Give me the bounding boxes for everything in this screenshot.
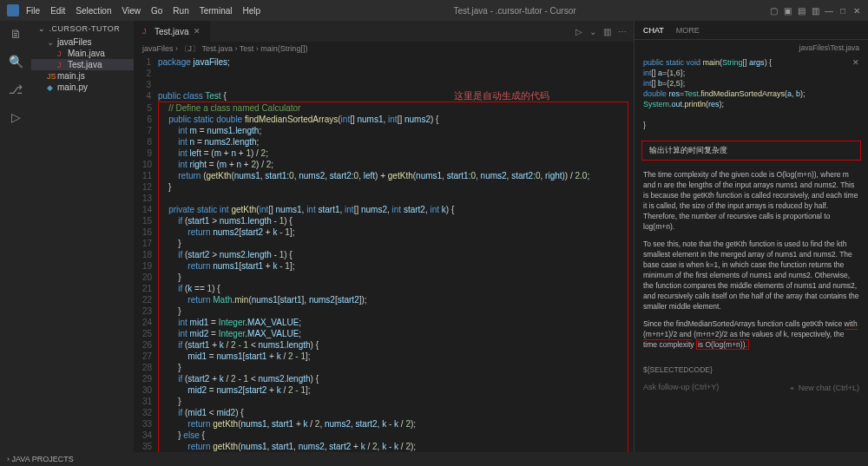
menu-file[interactable]: File [26, 6, 40, 16]
tab-label: Test.java [155, 27, 188, 36]
status-bar: › JAVA PROJECTS [0, 452, 868, 466]
code-line[interactable]: 34 } else { [159, 430, 628, 441]
java-file-icon: J [57, 49, 64, 58]
debug-icon[interactable]: ▷ [8, 109, 23, 125]
split-icon[interactable]: ▥ [603, 27, 611, 36]
code-line[interactable]: 1package javaFiles; [134, 56, 634, 68]
menu-run[interactable]: Run [173, 6, 188, 16]
code-line[interactable]: 14 private static int getKth(int[] nums1… [159, 204, 628, 215]
code-line[interactable]: 27 mid1 = nums1[start1 + k / 2 - 1]; [159, 351, 628, 362]
gutter-line-number: 30 [135, 384, 159, 396]
gutter-line-number: 10 [135, 159, 159, 170]
close-icon[interactable]: ✕ [852, 6, 861, 15]
code-line[interactable]: 30 mid2 = nums2[start2 + k / 2 - 1]; [159, 384, 628, 396]
folder-item[interactable]: ⌄ javaFiles [31, 36, 134, 48]
gutter-line-number: 17 [135, 238, 159, 249]
code-line[interactable]: 18 if (start2 > nums2.length - 1) { [159, 249, 628, 260]
code-line[interactable]: 6 public static double findMedianSortedA… [159, 114, 628, 125]
code-line[interactable]: 29 if (start2 + k / 2 - 1 < nums2.length… [159, 373, 628, 384]
chat-code-line: public static void main(String[] args) { [643, 57, 859, 68]
chat-input[interactable]: Ask follow-up (Ctrl+Y) [643, 383, 719, 394]
sidebar-header[interactable]: ⌄ .CURSOR-TUTOR [31, 21, 134, 36]
layout-icon[interactable]: ▣ [783, 6, 792, 15]
code-line[interactable]: 17 } [159, 238, 628, 249]
run-icon[interactable]: ▷ [575, 27, 582, 36]
minimize-icon[interactable]: — [825, 6, 833, 15]
code-line[interactable]: 8 int n = nums2.length; [159, 136, 628, 148]
file-icon: JS [47, 72, 54, 81]
gutter-line-number: 4 [134, 90, 158, 102]
chat-pane: CHAT MORE javaFiles\Test.java ✕ public s… [634, 21, 868, 452]
code-line[interactable]: 31 } [159, 396, 628, 407]
menu-help[interactable]: Help [243, 6, 261, 16]
code-line[interactable]: 25 int mid2 = Integer.MAX_VALUE; [159, 328, 628, 339]
chevron-right-icon[interactable]: › [7, 455, 10, 463]
file-icon: ◆ [47, 83, 54, 92]
code-line[interactable]: 19 return nums1[start1 + k - 1]; [159, 260, 628, 272]
menu-view[interactable]: View [122, 6, 141, 16]
menu-selection[interactable]: Selection [76, 6, 111, 16]
chat-code-line: System.out.println(res); [643, 99, 859, 109]
chat-code-line: int[] b={2,5}; [643, 78, 859, 89]
code-line[interactable]: 32 if (mid1 < mid2) { [159, 407, 628, 418]
new-chat-button[interactable]: ＋ New chat (Ctrl+L) [788, 383, 859, 394]
gutter-line-number: 13 [135, 193, 159, 204]
java-projects-label[interactable]: JAVA PROJECTS [12, 455, 74, 463]
chat-tab-more[interactable]: MORE [676, 26, 700, 35]
code-line[interactable]: 28 } [159, 362, 628, 373]
file-label: Test.java [68, 60, 102, 69]
code-line[interactable]: 24 int mid1 = Integer.MAX_VALUE; [159, 317, 628, 328]
code-line[interactable]: 7 int m = nums1.length; [159, 125, 628, 136]
sidebar-item-main-java[interactable]: JMain.java [31, 48, 134, 59]
code-line[interactable]: 23 } [159, 305, 628, 317]
code-line[interactable]: 22 return Math.min(nums1[start1], nums2[… [159, 294, 628, 305]
code-line[interactable]: 10 int right = (m + n + 2) / 2; [159, 159, 628, 170]
sidebar-item-test-java[interactable]: JTest.java [31, 59, 134, 70]
code-line[interactable]: 16 return nums2[start2 + k - 1]; [159, 226, 628, 238]
more-icon[interactable]: ⋯ [618, 27, 627, 36]
menu-edit[interactable]: Edit [50, 6, 65, 16]
layout-icon[interactable]: ▥ [811, 6, 819, 15]
tab-testjava[interactable]: J Test.java ✕ [134, 21, 210, 42]
chat-answer: The time complexity of the given code is… [635, 164, 868, 362]
code-line[interactable]: 12 } [159, 181, 628, 193]
code-line[interactable]: 21 if (k == 1) { [159, 283, 628, 294]
code-line[interactable]: 9 int left = (m + n + 1) / 2; [159, 148, 628, 159]
gutter-line-number: 18 [135, 249, 159, 260]
search-icon[interactable]: 🔍 [8, 54, 23, 69]
code-line[interactable]: 4public class Test { [134, 90, 634, 102]
gutter-line-number: 26 [135, 339, 159, 351]
close-icon[interactable]: ✕ [852, 57, 859, 68]
code-line[interactable]: 33 return getKth(nums1, start1 + k / 2, … [159, 418, 628, 430]
gutter-line-number: 32 [135, 407, 159, 418]
code-line[interactable]: 2 [134, 68, 634, 79]
code-line[interactable]: 11 return (getKth(nums1, start1:0, nums2… [159, 170, 628, 181]
code-line[interactable]: 26 if (start1 + k / 2 - 1 < nums1.length… [159, 339, 628, 351]
explorer-icon[interactable]: 🗎 [8, 26, 23, 42]
gutter-line-number: 24 [135, 317, 159, 328]
gutter-line-number: 14 [135, 204, 159, 215]
layout-icon[interactable]: ▤ [797, 6, 806, 15]
menu-terminal[interactable]: Terminal [200, 6, 233, 16]
code-line[interactable]: 13 [159, 193, 628, 204]
code-line[interactable]: 35 return getKth(nums1, start1, nums2, s… [159, 441, 628, 452]
sidebar-item-main-js[interactable]: JSmain.js [31, 70, 134, 82]
branch-icon[interactable]: ⎇ [8, 82, 23, 97]
sidebar-item-main-py[interactable]: ◆main.py [31, 82, 134, 93]
gutter-line-number: 21 [135, 283, 159, 294]
code-line[interactable]: 15 if (start1 > nums1.length - 1) { [159, 215, 628, 226]
code-line[interactable]: 20 } [159, 272, 628, 283]
menu-go[interactable]: Go [151, 6, 162, 16]
gutter-line-number: 31 [135, 396, 159, 407]
breadcrumb[interactable]: javaFiles › 〔J〕 Test.java › Test › main(… [134, 42, 634, 56]
gutter-line-number: 12 [135, 181, 159, 193]
close-tab-icon[interactable]: ✕ [194, 27, 201, 36]
code-line[interactable]: 5 // Define a class named Calculator [159, 102, 628, 114]
layout-icon[interactable]: ▢ [769, 6, 778, 15]
window-controls: ▢ ▣ ▤ ▥ — □ ✕ [769, 6, 861, 15]
maximize-icon[interactable]: □ [838, 6, 847, 15]
run-dropdown-icon[interactable]: ⌄ [589, 27, 596, 36]
code-area[interactable]: 1package javaFiles;2 3 4public class Tes… [134, 56, 634, 452]
code-line[interactable]: 3 [134, 79, 634, 90]
chat-tab-chat[interactable]: CHAT [643, 26, 664, 35]
